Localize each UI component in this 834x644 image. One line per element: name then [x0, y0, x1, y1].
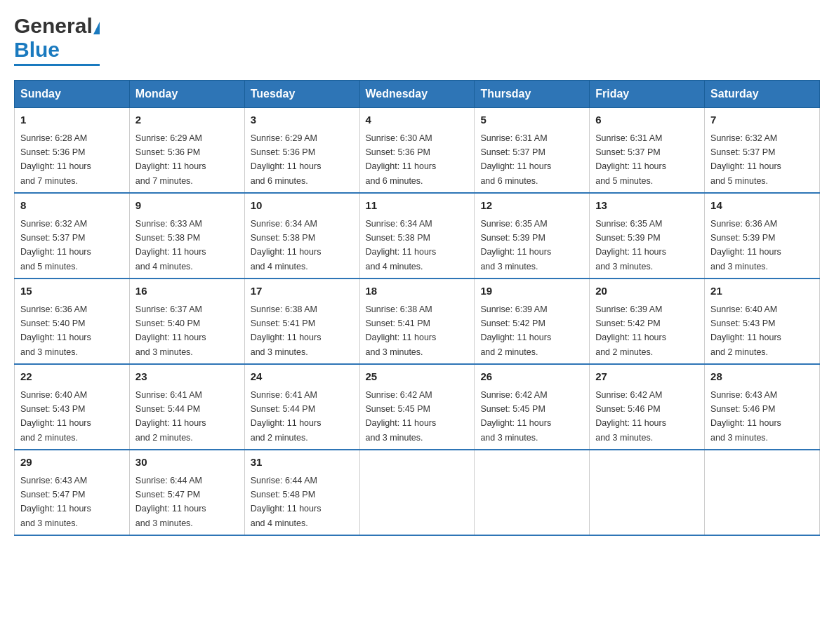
calendar-cell: 23Sunrise: 6:41 AMSunset: 5:44 PMDayligh… — [129, 364, 244, 450]
weekday-header-saturday: Saturday — [705, 81, 820, 108]
day-number: 3 — [251, 112, 354, 128]
day-number: 28 — [710, 369, 814, 385]
day-number: 5 — [480, 112, 583, 128]
day-number: 2 — [135, 112, 239, 128]
weekday-header-row: SundayMondayTuesdayWednesdayThursdayFrid… — [15, 81, 820, 108]
calendar-cell: 16Sunrise: 6:37 AMSunset: 5:40 PMDayligh… — [129, 279, 244, 364]
day-info: Sunrise: 6:39 AMSunset: 5:42 PMDaylight:… — [595, 304, 666, 357]
day-number: 21 — [710, 283, 814, 300]
week-row-4: 22Sunrise: 6:40 AMSunset: 5:43 PMDayligh… — [15, 364, 820, 450]
day-info: Sunrise: 6:43 AMSunset: 5:46 PMDaylight:… — [710, 390, 781, 443]
weekday-header-monday: Monday — [129, 81, 244, 108]
weekday-header-wednesday: Wednesday — [359, 81, 475, 108]
weekday-header-friday: Friday — [590, 81, 705, 108]
day-info: Sunrise: 6:28 AMSunset: 5:36 PMDaylight:… — [20, 133, 91, 186]
calendar-cell: 21Sunrise: 6:40 AMSunset: 5:43 PMDayligh… — [705, 279, 820, 364]
day-number: 17 — [251, 283, 354, 300]
day-info: Sunrise: 6:42 AMSunset: 5:45 PMDaylight:… — [366, 390, 437, 443]
logo: General Blue — [14, 14, 100, 66]
day-info: Sunrise: 6:44 AMSunset: 5:48 PMDaylight:… — [251, 476, 322, 528]
page-header: General Blue — [14, 14, 820, 66]
day-number: 29 — [20, 455, 124, 471]
day-number: 9 — [135, 198, 239, 214]
day-number: 31 — [251, 455, 354, 471]
logo-triangle-icon — [93, 22, 100, 34]
day-info: Sunrise: 6:29 AMSunset: 5:36 PMDaylight:… — [251, 133, 322, 186]
day-number: 20 — [595, 283, 699, 300]
day-info: Sunrise: 6:42 AMSunset: 5:45 PMDaylight:… — [480, 390, 551, 443]
day-info: Sunrise: 6:31 AMSunset: 5:37 PMDaylight:… — [595, 133, 666, 186]
day-info: Sunrise: 6:40 AMSunset: 5:43 PMDaylight:… — [20, 390, 91, 443]
calendar-cell: 2Sunrise: 6:29 AMSunset: 5:36 PMDaylight… — [129, 108, 244, 194]
day-info: Sunrise: 6:40 AMSunset: 5:43 PMDaylight:… — [710, 304, 781, 357]
day-number: 27 — [595, 369, 699, 385]
day-info: Sunrise: 6:44 AMSunset: 5:47 PMDaylight:… — [135, 476, 206, 528]
week-row-2: 8Sunrise: 6:32 AMSunset: 5:37 PMDaylight… — [15, 193, 820, 279]
calendar-cell: 27Sunrise: 6:42 AMSunset: 5:46 PMDayligh… — [590, 364, 705, 450]
calendar-cell: 11Sunrise: 6:34 AMSunset: 5:38 PMDayligh… — [359, 193, 475, 279]
calendar-cell — [475, 450, 590, 535]
day-info: Sunrise: 6:41 AMSunset: 5:44 PMDaylight:… — [135, 390, 206, 443]
logo-underline — [14, 64, 100, 66]
day-number: 8 — [20, 198, 124, 214]
calendar-table: SundayMondayTuesdayWednesdayThursdayFrid… — [14, 80, 820, 536]
day-info: Sunrise: 6:31 AMSunset: 5:37 PMDaylight:… — [480, 133, 551, 186]
day-number: 24 — [251, 369, 354, 385]
day-info: Sunrise: 6:38 AMSunset: 5:41 PMDaylight:… — [251, 304, 322, 357]
calendar-cell: 17Sunrise: 6:38 AMSunset: 5:41 PMDayligh… — [244, 279, 359, 364]
day-info: Sunrise: 6:39 AMSunset: 5:42 PMDaylight:… — [480, 304, 551, 357]
day-number: 23 — [135, 369, 239, 385]
calendar-cell: 14Sunrise: 6:36 AMSunset: 5:39 PMDayligh… — [705, 193, 820, 279]
logo-general: General — [14, 14, 93, 37]
weekday-header-tuesday: Tuesday — [244, 81, 359, 108]
calendar-cell: 8Sunrise: 6:32 AMSunset: 5:37 PMDaylight… — [15, 193, 130, 279]
calendar-cell: 15Sunrise: 6:36 AMSunset: 5:40 PMDayligh… — [15, 279, 130, 364]
day-info: Sunrise: 6:35 AMSunset: 5:39 PMDaylight:… — [480, 219, 551, 271]
day-info: Sunrise: 6:32 AMSunset: 5:37 PMDaylight:… — [20, 219, 91, 271]
day-number: 7 — [710, 112, 814, 128]
calendar-cell: 12Sunrise: 6:35 AMSunset: 5:39 PMDayligh… — [475, 193, 590, 279]
day-number: 4 — [366, 112, 469, 128]
calendar-cell: 28Sunrise: 6:43 AMSunset: 5:46 PMDayligh… — [705, 364, 820, 450]
calendar-cell: 18Sunrise: 6:38 AMSunset: 5:41 PMDayligh… — [359, 279, 475, 364]
day-info: Sunrise: 6:38 AMSunset: 5:41 PMDaylight:… — [366, 304, 437, 357]
calendar-cell — [359, 450, 475, 535]
day-number: 14 — [710, 198, 814, 214]
day-info: Sunrise: 6:41 AMSunset: 5:44 PMDaylight:… — [251, 390, 322, 443]
calendar-cell: 20Sunrise: 6:39 AMSunset: 5:42 PMDayligh… — [590, 279, 705, 364]
calendar-cell: 5Sunrise: 6:31 AMSunset: 5:37 PMDaylight… — [475, 108, 590, 194]
day-number: 30 — [135, 455, 239, 471]
day-info: Sunrise: 6:36 AMSunset: 5:39 PMDaylight:… — [710, 219, 781, 271]
calendar-cell: 13Sunrise: 6:35 AMSunset: 5:39 PMDayligh… — [590, 193, 705, 279]
calendar-cell: 1Sunrise: 6:28 AMSunset: 5:36 PMDaylight… — [15, 108, 130, 194]
calendar-cell: 30Sunrise: 6:44 AMSunset: 5:47 PMDayligh… — [129, 450, 244, 535]
day-number: 19 — [480, 283, 583, 300]
day-number: 26 — [480, 369, 583, 385]
calendar-cell: 24Sunrise: 6:41 AMSunset: 5:44 PMDayligh… — [244, 364, 359, 450]
day-number: 1 — [20, 112, 124, 128]
day-info: Sunrise: 6:30 AMSunset: 5:36 PMDaylight:… — [366, 133, 437, 186]
day-info: Sunrise: 6:35 AMSunset: 5:39 PMDaylight:… — [595, 219, 666, 271]
calendar-cell — [590, 450, 705, 535]
day-number: 16 — [135, 283, 239, 300]
calendar-cell: 29Sunrise: 6:43 AMSunset: 5:47 PMDayligh… — [15, 450, 130, 535]
weekday-header-thursday: Thursday — [475, 81, 590, 108]
calendar-cell: 7Sunrise: 6:32 AMSunset: 5:37 PMDaylight… — [705, 108, 820, 194]
day-info: Sunrise: 6:43 AMSunset: 5:47 PMDaylight:… — [20, 476, 91, 528]
day-info: Sunrise: 6:37 AMSunset: 5:40 PMDaylight:… — [135, 304, 206, 357]
calendar-cell: 22Sunrise: 6:40 AMSunset: 5:43 PMDayligh… — [15, 364, 130, 450]
day-number: 15 — [20, 283, 124, 300]
day-number: 12 — [480, 198, 583, 214]
calendar-cell: 6Sunrise: 6:31 AMSunset: 5:37 PMDaylight… — [590, 108, 705, 194]
day-info: Sunrise: 6:42 AMSunset: 5:46 PMDaylight:… — [595, 390, 666, 443]
calendar-cell: 9Sunrise: 6:33 AMSunset: 5:38 PMDaylight… — [129, 193, 244, 279]
day-info: Sunrise: 6:29 AMSunset: 5:36 PMDaylight:… — [135, 133, 206, 186]
week-row-5: 29Sunrise: 6:43 AMSunset: 5:47 PMDayligh… — [15, 450, 820, 535]
calendar-cell — [705, 450, 820, 535]
week-row-3: 15Sunrise: 6:36 AMSunset: 5:40 PMDayligh… — [15, 279, 820, 364]
day-number: 13 — [595, 198, 699, 214]
day-info: Sunrise: 6:36 AMSunset: 5:40 PMDaylight:… — [20, 304, 91, 357]
calendar-cell: 25Sunrise: 6:42 AMSunset: 5:45 PMDayligh… — [359, 364, 475, 450]
day-number: 11 — [366, 198, 469, 214]
day-number: 6 — [595, 112, 699, 128]
